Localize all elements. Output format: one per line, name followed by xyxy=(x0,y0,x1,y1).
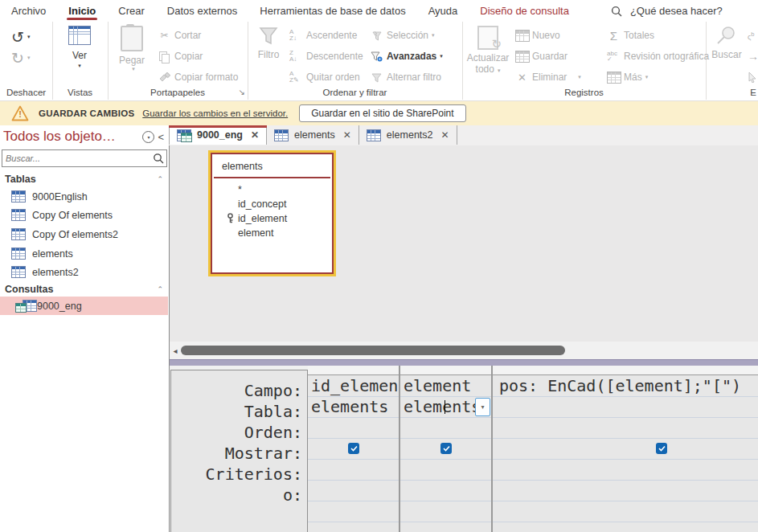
menu-herramientas[interactable]: Herramientas de base de datos xyxy=(248,0,416,22)
refresh-all-button[interactable]: ↻ Actualizar todo▾ xyxy=(467,26,509,75)
table-icon xyxy=(274,129,289,141)
menu-crear[interactable]: Crear xyxy=(107,0,156,22)
mostrar-checkbox-3[interactable] xyxy=(656,443,667,454)
sort-ascending-button[interactable]: AZ↓ Ascendente xyxy=(289,27,357,44)
redo-button[interactable]: ↻▾ xyxy=(11,49,30,67)
sidebar-item-elements[interactable]: elements xyxy=(0,244,168,263)
sidebar-item-copy-of-elements2[interactable]: Copy Of elements2 xyxy=(0,225,168,243)
cell-orden-2[interactable] xyxy=(400,417,491,439)
undo-button[interactable]: ↺▾ xyxy=(11,28,30,46)
save-server-link[interactable]: Guardar los cambios en el servidor. xyxy=(142,108,288,118)
advanced-filter-button[interactable]: Avanzadas▾ xyxy=(370,47,443,65)
cell-campo-3[interactable]: pos: EnCad([element];"[") xyxy=(493,375,758,397)
view-button[interactable]: Ver ▾ xyxy=(64,26,96,69)
scroll-left-icon[interactable]: ◂ xyxy=(170,346,181,355)
nav-search-input[interactable] xyxy=(2,153,153,163)
sidebar-item-copy-of-elements[interactable]: Copy Of elements xyxy=(0,206,168,224)
tab-9000-eng[interactable]: 9000_eng ✕ xyxy=(169,125,267,145)
sidebar-item-9000-eng[interactable]: 9000_eng xyxy=(0,297,168,315)
cut-button[interactable]: ✂Cortar xyxy=(158,27,201,44)
sharepoint-save-button[interactable]: Guardar en el sitio de SharePoint xyxy=(299,104,465,122)
cell-criterios-3[interactable] xyxy=(493,459,758,481)
cell-campo-2[interactable]: element xyxy=(400,375,491,397)
selection-button[interactable]: Selección▾ xyxy=(370,27,435,44)
chevron-down-icon: ▾ xyxy=(78,63,81,69)
menu-diseno-consulta[interactable]: Diseño de consulta xyxy=(469,0,580,22)
sort-desc-label: Descendente xyxy=(306,51,363,62)
column-header[interactable] xyxy=(308,366,399,375)
nav-pane-header[interactable]: Todos los objeto… ▾ < xyxy=(3,129,166,145)
select-button[interactable] xyxy=(748,68,757,86)
copy-button[interactable]: Copiar xyxy=(158,47,203,65)
remove-sort-button[interactable]: AZ✎ Quitar orden xyxy=(289,68,360,86)
paste-label: Pegar xyxy=(119,55,145,66)
cell-orden-1[interactable] xyxy=(308,417,399,439)
save-record-button[interactable]: Guardar xyxy=(515,47,567,65)
menu-datos-externos[interactable]: Datos externos xyxy=(156,0,248,22)
cell-extra-3[interactable] xyxy=(493,501,758,522)
close-icon[interactable]: ✕ xyxy=(343,129,351,141)
cell-tabla-3[interactable] xyxy=(493,396,758,418)
cell-criterios-1[interactable] xyxy=(308,459,399,481)
column-header[interactable] xyxy=(493,366,758,375)
message-bar-title: GUARDAR CAMBIOS xyxy=(39,108,134,118)
section-tablas[interactable]: Tablas⌃ xyxy=(0,170,168,187)
ribbon: ↺▾ ↻▾ Deshacer Ver ▾ Vistas Pegar ▾ xyxy=(0,22,758,101)
section-consultas[interactable]: Consultas⌃ xyxy=(0,280,168,297)
tab-elements2[interactable]: elements2 ✕ xyxy=(359,125,457,145)
replace-button[interactable]: ςb xyxy=(748,27,755,44)
save-record-label: Guardar xyxy=(532,51,567,62)
find-button[interactable]: Buscar xyxy=(709,26,744,60)
goto-button[interactable]: → xyxy=(748,47,758,65)
table-dropdown-button[interactable]: ▾ xyxy=(475,398,490,416)
horizontal-scrollbar[interactable]: ◂ xyxy=(170,342,758,359)
spelling-button[interactable]: abc✓ Revisión ortográfica xyxy=(607,47,709,65)
close-icon[interactable]: ✕ xyxy=(251,129,259,141)
cell-extra-2[interactable] xyxy=(400,501,491,522)
query-design-canvas[interactable]: elements * id_concept id_element element xyxy=(170,145,758,342)
toggle-filter-button[interactable]: Alternar filtro xyxy=(370,68,441,86)
cell-criterios-2[interactable] xyxy=(400,459,491,481)
delete-record-button[interactable]: ✕ Eliminar▾ xyxy=(515,68,581,86)
field-asterisk[interactable]: * xyxy=(238,182,332,197)
filter-button[interactable]: Filtro xyxy=(252,26,285,60)
field-id-element[interactable]: id_element xyxy=(238,211,332,226)
field-list-elements[interactable]: elements * id_concept id_element element xyxy=(211,153,334,274)
mostrar-checkbox-1[interactable] xyxy=(348,443,359,454)
totals-button[interactable]: Σ Totales xyxy=(607,27,654,44)
sidebar-item-9000english[interactable]: 9000English xyxy=(0,187,168,206)
column-header[interactable] xyxy=(400,366,491,375)
cell-orden-3[interactable] xyxy=(493,417,758,439)
cell-o-3[interactable] xyxy=(493,480,758,501)
sidebar-item-elements2[interactable]: elements2 xyxy=(0,263,168,281)
tab-elements[interactable]: elements ✕ xyxy=(267,125,359,145)
shutter-bar-close-icon[interactable]: < xyxy=(158,131,164,143)
menu-archivo[interactable]: Archivo xyxy=(0,0,57,22)
format-painter-button[interactable]: Copiar formato xyxy=(158,68,238,86)
spelling-icon: abc✓ xyxy=(607,51,621,62)
nav-search-icon[interactable] xyxy=(153,153,164,164)
cell-tabla-1[interactable]: elements xyxy=(308,396,399,418)
cell-o-1[interactable] xyxy=(308,480,399,501)
paste-button[interactable]: Pegar ▾ xyxy=(114,26,150,72)
nav-pane-menu-icon[interactable]: ▾ xyxy=(142,131,154,143)
sort-descending-button[interactable]: ZA↓ Descendente xyxy=(289,47,363,65)
warning-icon: ! xyxy=(11,105,29,121)
nav-search-box[interactable] xyxy=(2,149,167,167)
field-id-concept[interactable]: id_concept xyxy=(238,197,332,211)
menu-ayuda[interactable]: Ayuda xyxy=(417,0,469,22)
cell-mostrar-3[interactable] xyxy=(493,438,758,460)
tell-me-box[interactable]: ¿Qué desea hacer? xyxy=(611,5,723,17)
scrollbar-thumb[interactable] xyxy=(181,346,565,355)
tab-label: elements xyxy=(294,129,335,141)
cell-campo-1[interactable]: id_element xyxy=(308,375,399,397)
mostrar-checkbox-2[interactable] xyxy=(440,443,452,454)
close-icon[interactable]: ✕ xyxy=(441,129,449,141)
menu-inicio[interactable]: Inicio xyxy=(57,0,107,22)
field-element[interactable]: element xyxy=(238,226,332,240)
new-record-button[interactable]: Nuevo xyxy=(515,27,560,44)
cell-o-2[interactable] xyxy=(400,480,491,501)
cell-extra-1[interactable] xyxy=(308,501,399,522)
query-icon xyxy=(11,300,26,312)
more-button[interactable]: Más▾ xyxy=(607,68,648,86)
